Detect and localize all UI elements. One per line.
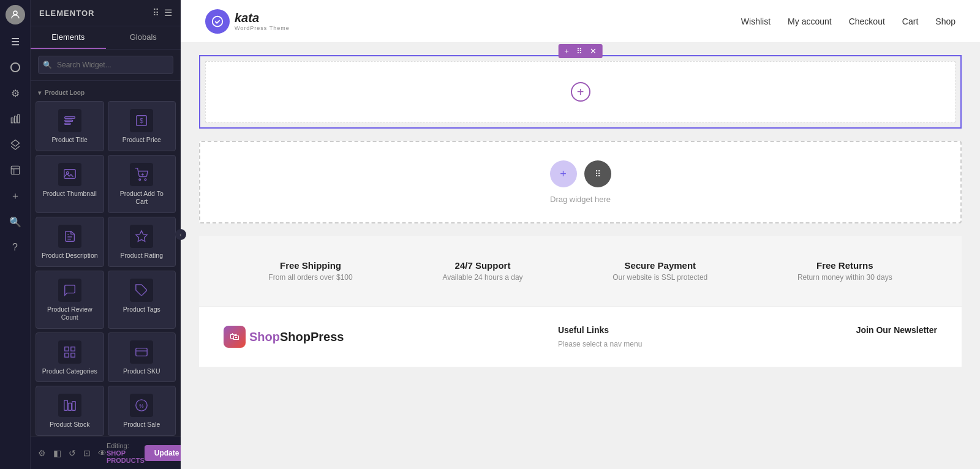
feature-support-desc: Available 24 hours a day bbox=[442, 273, 522, 282]
svg-rect-6 bbox=[65, 117, 75, 119]
nav-wishlist[interactable]: Wishlist bbox=[741, 17, 771, 26]
user-avatar[interactable] bbox=[6, 5, 25, 24]
layers-icon[interactable] bbox=[4, 133, 26, 156]
widget-product-categories[interactable]: Product Categories bbox=[36, 332, 104, 383]
sidebar-header: elementor ⠿ ☰ bbox=[31, 0, 181, 26]
sidebar-tabs: Elements Globals bbox=[31, 26, 181, 50]
widget-product-price[interactable]: $ Product Price bbox=[108, 101, 176, 151]
collapse-sidebar-btn[interactable]: ‹ bbox=[175, 229, 186, 240]
editing-label: Editing: SHOP PRODUCTS bbox=[107, 442, 145, 464]
widget-product-thumbnail[interactable]: Product Thumbnail bbox=[36, 155, 104, 213]
widget-product-sku[interactable]: Product SKU bbox=[108, 332, 176, 383]
tab-elements[interactable]: Elements bbox=[31, 26, 106, 49]
product-categories-icon bbox=[58, 340, 81, 364]
section-product-loop[interactable]: ▾ Product Loop bbox=[36, 87, 176, 101]
empty-cell[interactable]: + bbox=[205, 61, 956, 122]
widget-product-title[interactable]: Product Title bbox=[36, 101, 104, 151]
top-nav: kata WordPress Theme Wishlist My account… bbox=[181, 0, 980, 43]
svg-rect-4 bbox=[17, 114, 19, 123]
svg-rect-28 bbox=[72, 402, 75, 411]
pages-icon[interactable] bbox=[4, 159, 26, 181]
feature-payment-desc: Our website is SSL protected bbox=[612, 273, 707, 282]
settings-icon[interactable]: ⚙ bbox=[4, 82, 26, 104]
svg-rect-2 bbox=[11, 118, 13, 123]
widget-product-rating[interactable]: Product Rating bbox=[108, 217, 176, 267]
product-description-icon bbox=[58, 225, 81, 248]
widget-product-tags[interactable]: Product Tags bbox=[108, 271, 176, 329]
widget-product-review-count[interactable]: Product Review Count bbox=[36, 271, 104, 329]
history-icon[interactable]: ↺ bbox=[69, 448, 76, 458]
hamburger-small-icon[interactable]: ☰ bbox=[164, 7, 172, 18]
canvas-area: + ⠿ ✕ + + ⠿ Drag widget here Free Shippi… bbox=[181, 43, 980, 469]
widget-product-stock[interactable]: Product Stock bbox=[36, 386, 104, 436]
nav-myaccount[interactable]: My account bbox=[788, 17, 832, 26]
product-sale-icon: % bbox=[130, 394, 153, 417]
sidebar-header-icons: ⠿ ☰ bbox=[153, 7, 172, 18]
product-thumbnail-icon bbox=[58, 163, 81, 186]
product-sku-label: Product SKU bbox=[123, 367, 160, 376]
search-icon-inner: 🔍 bbox=[43, 61, 52, 69]
feature-support-title: 24/7 Support bbox=[442, 260, 522, 271]
kata-logo-text: kata WordPress Theme bbox=[235, 11, 290, 31]
nav-shop[interactable]: Shop bbox=[935, 17, 956, 26]
widget-product-description[interactable]: Product Description bbox=[36, 217, 104, 267]
toolbar-move-btn[interactable]: ⠿ bbox=[573, 45, 586, 57]
svg-rect-7 bbox=[65, 120, 73, 121]
product-title-icon bbox=[58, 109, 81, 132]
product-price-label: Product Price bbox=[123, 136, 161, 144]
eye-icon[interactable]: 👁 bbox=[98, 448, 107, 458]
useful-links-sub: Please select a nav menu bbox=[558, 340, 642, 348]
kata-logo-icon bbox=[205, 9, 230, 34]
useful-links-title: Useful Links bbox=[558, 325, 642, 335]
gear-bottom-icon[interactable]: ⚙ bbox=[38, 448, 46, 458]
svg-rect-22 bbox=[65, 353, 69, 357]
widget-product-add-cart[interactable]: Product Add To Cart bbox=[108, 155, 176, 213]
product-price-icon: $ bbox=[130, 109, 153, 132]
search-input[interactable] bbox=[38, 56, 173, 74]
svg-rect-5 bbox=[11, 166, 20, 174]
newsletter-title: Join Our Newsletter bbox=[856, 325, 937, 335]
svg-rect-11 bbox=[64, 169, 75, 178]
svg-marker-18 bbox=[136, 231, 147, 241]
search-icon[interactable]: 🔍 bbox=[4, 211, 26, 233]
sidebar-bottom: ⚙ ◧ ↺ ⊡ 👁 Editing: SHOP PRODUCTS Update … bbox=[31, 437, 181, 469]
add-widget-btn[interactable]: + bbox=[571, 82, 590, 102]
widgets-grid: Product Title $ Product Price bbox=[36, 101, 176, 437]
drop-drag-btn[interactable]: ⠿ bbox=[584, 160, 611, 187]
chart-icon[interactable] bbox=[4, 108, 26, 130]
toolbar-add-btn[interactable]: + bbox=[560, 45, 573, 57]
svg-point-0 bbox=[13, 11, 17, 15]
svg-rect-3 bbox=[14, 116, 16, 123]
svg-rect-23 bbox=[71, 353, 75, 357]
footer-bottom: 🛍 ShopShopPress Useful Links Please sele… bbox=[199, 306, 962, 367]
feature-shipping-title: Free Shipping bbox=[268, 260, 352, 271]
grid-icon[interactable]: ⠿ bbox=[153, 7, 159, 18]
svg-rect-8 bbox=[65, 123, 70, 124]
drop-btns: + ⠿ bbox=[550, 160, 611, 187]
sidebar-panel: elementor ⠿ ☰ Elements Globals 🔍 ▾ bbox=[31, 0, 181, 469]
main-content: kata WordPress Theme Wishlist My account… bbox=[181, 0, 980, 469]
drop-add-btn[interactable]: + bbox=[550, 160, 577, 187]
editing-page-name: SHOP PRODUCTS bbox=[107, 449, 145, 464]
product-tags-label: Product Tags bbox=[123, 306, 160, 314]
help-icon[interactable]: ? bbox=[4, 236, 26, 258]
toolbar-close-btn[interactable]: ✕ bbox=[586, 45, 600, 57]
tab-globals[interactable]: Globals bbox=[106, 26, 181, 49]
feature-returns-desc: Return money within 30 days bbox=[797, 273, 892, 282]
drop-zone[interactable]: + ⠿ Drag widget here bbox=[199, 141, 962, 223]
logo-name: kata bbox=[235, 11, 259, 24]
responsive-icon[interactable]: ⊡ bbox=[83, 448, 91, 458]
layers-bottom-icon[interactable]: ◧ bbox=[53, 448, 61, 458]
drop-label: Drag widget here bbox=[550, 195, 611, 204]
wordpress-icon[interactable] bbox=[4, 56, 26, 78]
update-button[interactable]: Update ▾ bbox=[145, 445, 181, 461]
widget-product-sale[interactable]: % Product Sale bbox=[108, 386, 176, 436]
hamburger-icon[interactable]: ☰ bbox=[4, 31, 26, 53]
product-add-cart-label: Product Add To Cart bbox=[113, 190, 171, 206]
svg-rect-21 bbox=[71, 347, 75, 351]
nav-checkout[interactable]: Checkout bbox=[849, 17, 885, 26]
plus-icon[interactable]: ＋ bbox=[4, 185, 26, 207]
product-description-label: Product Description bbox=[42, 252, 98, 260]
nav-cart[interactable]: Cart bbox=[902, 17, 918, 26]
svg-rect-24 bbox=[136, 348, 147, 356]
